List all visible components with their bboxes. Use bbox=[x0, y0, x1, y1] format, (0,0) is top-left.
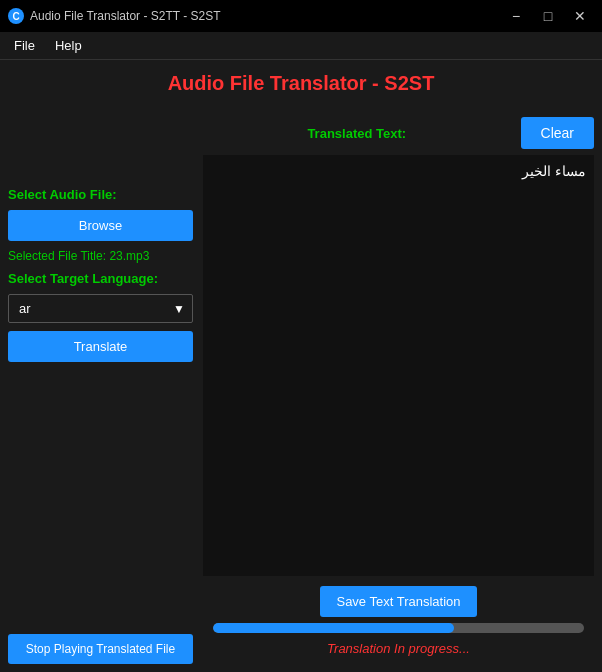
translated-text-area[interactable] bbox=[203, 155, 594, 576]
panels: Select Audio File: Browse Selected File … bbox=[0, 99, 602, 672]
title-bar-text: Audio File Translator - S2TT - S2ST bbox=[30, 9, 221, 23]
selected-file-label: Selected File Title: 23.mp3 bbox=[8, 249, 193, 263]
menu-file[interactable]: File bbox=[4, 34, 45, 57]
maximize-button[interactable]: □ bbox=[534, 6, 562, 26]
minimize-button[interactable]: − bbox=[502, 6, 530, 26]
progress-status-label: Translation In progress... bbox=[213, 641, 584, 656]
select-audio-label: Select Audio File: bbox=[8, 187, 193, 202]
select-language-label: Select Target Language: bbox=[8, 271, 193, 286]
title-bar-left: C Audio File Translator - S2TT - S2ST bbox=[8, 8, 221, 24]
browse-button[interactable]: Browse bbox=[8, 210, 193, 241]
save-text-button[interactable]: Save Text Translation bbox=[320, 586, 476, 617]
menu-bar: File Help bbox=[0, 32, 602, 60]
clear-button[interactable]: Clear bbox=[521, 117, 594, 149]
content-wrapper: Audio File Translator - S2ST Select Audi… bbox=[0, 60, 602, 672]
progress-bar-background bbox=[213, 623, 584, 633]
spacer bbox=[8, 370, 193, 626]
app-icon-letter: C bbox=[12, 11, 19, 22]
stop-playing-button[interactable]: Stop Playing Translated File bbox=[8, 634, 193, 664]
bottom-section: Save Text Translation Translation In pro… bbox=[203, 582, 594, 664]
language-select[interactable]: ar en fr bbox=[8, 294, 193, 323]
title-bar-controls: − □ ✕ bbox=[502, 6, 594, 26]
title-bar: C Audio File Translator - S2TT - S2ST − … bbox=[0, 0, 602, 32]
app-icon: C bbox=[8, 8, 24, 24]
translate-button[interactable]: Translate bbox=[8, 331, 193, 362]
right-panel: Translated Text: Clear Save Text Transla… bbox=[203, 107, 594, 664]
close-button[interactable]: ✕ bbox=[566, 6, 594, 26]
language-dropdown-wrapper: ar en fr ▼ bbox=[8, 294, 193, 323]
right-top: Translated Text: Clear bbox=[203, 117, 594, 149]
progress-container: Translation In progress... bbox=[203, 623, 594, 656]
menu-help[interactable]: Help bbox=[45, 34, 92, 57]
left-panel: Select Audio File: Browse Selected File … bbox=[8, 107, 193, 664]
app-heading: Audio File Translator - S2ST bbox=[0, 60, 602, 99]
progress-bar-fill bbox=[213, 623, 454, 633]
translated-text-label: Translated Text: bbox=[307, 126, 416, 141]
